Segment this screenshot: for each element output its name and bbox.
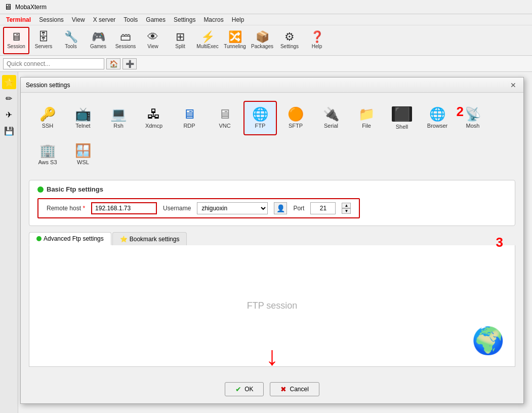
ok-button[interactable]: ✔ OK bbox=[225, 382, 264, 396]
ftp-session-label: FTP session bbox=[247, 301, 298, 311]
sidebar-send[interactable]: ✈ bbox=[2, 107, 16, 122]
session-type-awss3[interactable]: 🏢 Aws S3 bbox=[31, 137, 64, 172]
ok-icon: ✔ bbox=[235, 385, 241, 393]
advanced-tabs: Advanced Ftp settings ⭐ Bookmark setting… bbox=[29, 232, 515, 245]
port-input[interactable] bbox=[310, 202, 336, 214]
ftp-icon: 🌐 bbox=[252, 107, 268, 121]
toolbar-tunneling-button[interactable]: 🔀 Tunneling bbox=[222, 27, 248, 54]
ssh-icon: 🔑 bbox=[39, 107, 56, 121]
port-up-button[interactable]: ▲ bbox=[342, 203, 351, 208]
split-label: Split bbox=[175, 44, 185, 49]
sidebar-favorites[interactable]: ⭐ bbox=[2, 75, 16, 89]
games-label: Games bbox=[90, 44, 106, 49]
toolbar-session-button[interactable]: 🖥 Session bbox=[3, 27, 29, 54]
packages-icon: 📦 bbox=[256, 31, 269, 43]
session-type-sftp[interactable]: 🟠 SFTP bbox=[279, 101, 312, 135]
toolbar-sessions-button[interactable]: 🗃 Sessions bbox=[112, 27, 139, 54]
username-label: Username bbox=[163, 205, 191, 212]
tunneling-icon: 🔀 bbox=[228, 31, 242, 43]
serial-icon: 🔌 bbox=[323, 107, 339, 121]
user-icon-button[interactable]: 👤 bbox=[274, 202, 287, 214]
settings-icon: ⚙ bbox=[284, 31, 295, 43]
help-icon: ❓ bbox=[310, 31, 324, 43]
session-type-serial[interactable]: 🔌 Serial bbox=[314, 101, 348, 135]
toolbar-packages-button[interactable]: 📦 Packages bbox=[249, 27, 275, 54]
menu-view[interactable]: View bbox=[68, 15, 89, 24]
ftp-label: FTP bbox=[255, 123, 266, 129]
required-marker: * bbox=[83, 205, 85, 212]
toolbar-settings-button[interactable]: ⚙ Settings bbox=[276, 27, 303, 54]
view-label: View bbox=[147, 44, 158, 49]
toolbar-view-button[interactable]: 👁 View bbox=[140, 27, 166, 54]
port-down-button[interactable]: ▼ bbox=[342, 208, 351, 214]
toolbar-games-button[interactable]: 🎮 Games bbox=[85, 27, 111, 54]
bookmark-settings-tab[interactable]: ⭐ Bookmark settings bbox=[112, 232, 187, 245]
session-type-browser[interactable]: 🌐 Browser bbox=[421, 101, 454, 135]
rsh-label: Rsh bbox=[113, 123, 124, 129]
menubar: Terminal Sessions View X server Tools Ga… bbox=[0, 14, 532, 25]
session-type-rsh[interactable]: 💻 Rsh bbox=[102, 101, 135, 135]
cancel-label: Cancel bbox=[290, 386, 308, 393]
port-spinner[interactable]: ▲ ▼ bbox=[342, 203, 351, 214]
rsh-icon: 💻 bbox=[110, 107, 127, 121]
add-tab-button[interactable]: ➕ bbox=[122, 58, 137, 69]
session-settings-dialog: Session settings ✕ 2 🔑 SSH 📺 Telnet 💻 Rs… bbox=[20, 77, 524, 404]
ssh-label: SSH bbox=[42, 123, 54, 129]
bookmark-tab-icon: ⭐ bbox=[120, 236, 128, 243]
session-type-telnet[interactable]: 📺 Telnet bbox=[66, 101, 100, 135]
ftp-session-area: FTP session 🌍 bbox=[29, 245, 515, 367]
home-button[interactable]: 🏠 bbox=[106, 58, 120, 69]
session-type-file[interactable]: 📁 File bbox=[350, 101, 383, 135]
port-label: Port bbox=[293, 205, 304, 212]
app-icon: 🖥 bbox=[4, 3, 12, 12]
mosh-label: Mosh bbox=[466, 123, 480, 129]
sidebar: ⭐ ✏ ✈ 💾 bbox=[0, 72, 18, 413]
session-type-ssh[interactable]: 🔑 SSH bbox=[31, 101, 64, 135]
tools-icon: 🔧 bbox=[64, 31, 78, 43]
username-select[interactable]: zhiguoxin bbox=[197, 202, 268, 214]
session-type-shell[interactable]: ⬛ Shell bbox=[385, 101, 419, 135]
toolbar-tools-button[interactable]: 🔧 Tools bbox=[58, 27, 84, 54]
toolbar-split-button[interactable]: ⊞ Split bbox=[167, 27, 193, 54]
session-type-selector: 🔑 SSH 📺 Telnet 💻 Rsh 🖧 Xdmcp 🖥 RDP bbox=[21, 93, 523, 176]
menu-settings[interactable]: Settings bbox=[170, 15, 199, 24]
sftp-label: SFTP bbox=[289, 123, 303, 129]
packages-label: Packages bbox=[251, 44, 273, 49]
menu-games[interactable]: Games bbox=[142, 15, 170, 24]
cancel-button[interactable]: ✖ Cancel bbox=[270, 382, 319, 396]
quickconnect-input[interactable] bbox=[3, 58, 104, 69]
toolbar-help-button[interactable]: ❓ Help bbox=[304, 27, 330, 54]
settings-label: Settings bbox=[280, 44, 299, 49]
menu-terminal[interactable]: Terminal bbox=[2, 15, 35, 24]
sftp-icon: 🟠 bbox=[288, 107, 304, 121]
cancel-icon: ✖ bbox=[280, 385, 287, 393]
toolbar-multiexec-button[interactable]: ⚡ MultiExec bbox=[194, 27, 221, 54]
session-type-vnc[interactable]: 🖥 VNC bbox=[208, 101, 241, 135]
shell-icon: ⬛ bbox=[392, 106, 412, 122]
remote-host-input[interactable] bbox=[91, 202, 157, 214]
sidebar-save[interactable]: 💾 bbox=[2, 124, 16, 138]
advanced-ftp-tab[interactable]: Advanced Ftp settings bbox=[29, 232, 111, 245]
session-type-ftp[interactable]: 🌐 FTP bbox=[243, 101, 277, 135]
toolbar-servers-button[interactable]: 🗄 Servers bbox=[30, 27, 57, 54]
dialog-close-button[interactable]: ✕ bbox=[508, 80, 518, 90]
advanced-tab-dot bbox=[36, 236, 42, 241]
menu-macros[interactable]: Macros bbox=[199, 15, 227, 24]
wsl-label: WSL bbox=[77, 159, 89, 165]
menu-sessions[interactable]: Sessions bbox=[35, 15, 68, 24]
shell-label: Shell bbox=[396, 124, 408, 130]
session-type-wsl[interactable]: 🪟 WSL bbox=[66, 137, 100, 172]
advanced-tab-label: Advanced Ftp settings bbox=[44, 235, 104, 242]
main-area: ⭐ ✏ ✈ 💾 Session settings ✕ 2 🔑 SSH 📺 Tel… bbox=[0, 72, 532, 413]
file-label: File bbox=[362, 123, 371, 129]
tools-label: Tools bbox=[65, 44, 76, 49]
session-type-xdmcp[interactable]: 🖧 Xdmcp bbox=[137, 101, 171, 135]
sidebar-edit[interactable]: ✏ bbox=[2, 91, 16, 105]
split-icon: ⊞ bbox=[176, 31, 185, 43]
menu-xserver[interactable]: X server bbox=[89, 15, 120, 24]
step2-indicator: 2 bbox=[457, 104, 464, 120]
menu-help[interactable]: Help bbox=[228, 15, 249, 24]
menu-tools[interactable]: Tools bbox=[119, 15, 142, 24]
tunneling-label: Tunneling bbox=[224, 44, 246, 49]
session-type-rdp[interactable]: 🖥 RDP bbox=[173, 101, 206, 135]
